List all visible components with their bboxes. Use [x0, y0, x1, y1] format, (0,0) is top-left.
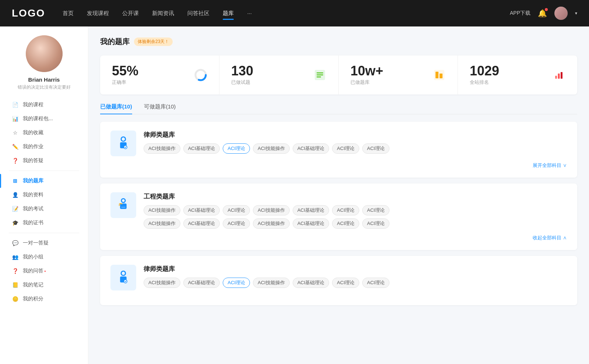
- sidebar-item-questions[interactable]: ❓ 我的答疑: [0, 154, 88, 168]
- avatar[interactable]: [554, 7, 568, 20]
- qbank-tag-selected[interactable]: ACI理论: [223, 278, 250, 288]
- sidebar-item-label: 我的答疑: [23, 157, 43, 164]
- qbank-tag[interactable]: ACI理论: [332, 205, 359, 215]
- sidebar-menu: 📄 我的课程 📊 我的课程包... ☆ 我的收藏 ✏️ 我的作业 ❓ 我的答疑 …: [0, 98, 88, 306]
- qbank-card-1: 律师类题库 ACI技能操作 ACI基础理论 ACI理论 ACI技能操作 ACI基…: [100, 122, 577, 178]
- stat-done-banks-value: 10w+: [350, 64, 427, 78]
- stat-rank-value: 1029: [470, 64, 547, 78]
- svg-rect-18: [120, 204, 127, 209]
- qbank-tag[interactable]: ACI理论: [332, 218, 359, 229]
- qbank-tag[interactable]: ACI理论: [223, 218, 250, 229]
- qbank-card-1-header: 律师类题库 ACI技能操作 ACI基础理论 ACI理论 ACI技能操作 ACI基…: [110, 131, 567, 156]
- qbank-2-content: 工程类题库 ACI技能操作 ACI基础理论 ACI理论 ACI技能操作 ACI基…: [144, 192, 567, 229]
- sidebar-item-label: 我的课程: [23, 101, 43, 108]
- stat-done-questions: 130 已做试题: [219, 56, 339, 94]
- nav-right: APP下载 🔔 ▾: [510, 7, 577, 20]
- qbank-tag[interactable]: ACI基础理论: [293, 218, 329, 229]
- qbank-tag[interactable]: ACI基础理论: [183, 143, 220, 154]
- qbank-tag[interactable]: ACI基础理论: [183, 205, 220, 215]
- qbank-tag[interactable]: ACI理论: [362, 143, 389, 154]
- qbank-tag[interactable]: ACI基础理论: [293, 278, 329, 288]
- sidebar-item-label: 我的问答: [23, 268, 43, 274]
- stat-rank-label: 全站排名: [470, 79, 547, 86]
- page-title: 我的题库: [100, 37, 130, 47]
- page-title-row: 我的题库 体验剩余23天！: [100, 37, 577, 47]
- qbank-tag[interactable]: ACI基础理论: [293, 143, 329, 154]
- app-download-link[interactable]: APP下载: [510, 10, 530, 17]
- qbank-tag[interactable]: ACI技能操作: [253, 205, 290, 215]
- lawyer-icon: [115, 135, 131, 151]
- qbank-1-icon-wrap: [110, 131, 136, 156]
- bank-icon: [433, 68, 446, 82]
- sidebar-item-exams[interactable]: 📝 我的考试: [0, 202, 88, 216]
- qbank-1-expand[interactable]: 展开全部科目 ∨: [110, 162, 567, 169]
- qbank-tag-selected[interactable]: ACI理论: [223, 143, 250, 154]
- sidebar-item-label: 一对一答疑: [23, 240, 49, 246]
- sidebar-item-my-courses[interactable]: 📄 我的课程: [0, 98, 88, 112]
- qbank-tag[interactable]: ACI理论: [332, 143, 359, 154]
- sidebar-item-my-qa[interactable]: ❓ 我的问答 ●: [0, 264, 88, 278]
- sidebar-item-label: 我的作业: [23, 143, 43, 150]
- sidebar-item-label: 我的证书: [23, 220, 43, 226]
- qbank-tag[interactable]: ACI理论: [362, 278, 389, 288]
- sidebar-item-certificates[interactable]: 🎓 我的证书: [0, 216, 88, 230]
- donut-icon: [194, 68, 207, 82]
- notification-bell[interactable]: 🔔: [538, 9, 547, 18]
- stat-accuracy: 55% 正确率: [100, 56, 219, 94]
- svg-point-14: [122, 138, 125, 141]
- qbank-tag[interactable]: ACI技能操作: [144, 278, 180, 288]
- nav-link-home[interactable]: 首页: [63, 8, 74, 18]
- chart-icon: 📊: [12, 115, 18, 122]
- qbank-tag[interactable]: ACI理论: [362, 218, 389, 229]
- tab-available-banks[interactable]: 可做题库(10): [144, 103, 176, 114]
- qbank-1-title: 律师类题库: [144, 131, 567, 139]
- qbank-tag[interactable]: ACI技能操作: [253, 143, 290, 154]
- stats-row: 55% 正确率 130 已做试题: [100, 56, 577, 94]
- qbank-3-title: 律师类题库: [144, 265, 567, 273]
- sidebar-item-label: 我的课程包...: [23, 115, 53, 122]
- stat-done-questions-value: 130: [231, 64, 308, 78]
- nav-link-more[interactable]: ···: [247, 8, 252, 18]
- sidebar-item-label: 我的收藏: [23, 129, 43, 136]
- sidebar-item-1on1[interactable]: 💬 一对一答疑: [0, 236, 88, 250]
- sidebar-item-points[interactable]: 🪙 我的积分: [0, 292, 88, 306]
- qbank-tag[interactable]: ACI技能操作: [144, 205, 180, 215]
- qbank-tag[interactable]: ACI基础理论: [293, 205, 329, 215]
- sidebar-item-groups[interactable]: 👥 我的小组: [0, 250, 88, 264]
- sidebar-item-favorites[interactable]: ☆ 我的收藏: [0, 126, 88, 140]
- sidebar-item-notes[interactable]: 📒 我的笔记: [0, 278, 88, 292]
- nav-link-qbank[interactable]: 题库: [223, 8, 234, 18]
- question-icon: ❓: [12, 157, 18, 164]
- svg-rect-3: [317, 72, 323, 74]
- qbank-tag[interactable]: ACI基础理论: [183, 278, 220, 288]
- nav-link-qa[interactable]: 问答社区: [187, 8, 209, 18]
- svg-rect-19: [121, 207, 126, 207]
- doc-icon: 📝: [12, 206, 18, 212]
- qbank-tag[interactable]: ACI理论: [223, 205, 250, 215]
- sidebar-item-homework[interactable]: ✏️ 我的作业: [0, 140, 88, 154]
- sidebar-item-course-packages[interactable]: 📊 我的课程包...: [0, 112, 88, 126]
- sidebar-item-profile[interactable]: 👤 我的资料: [0, 188, 88, 202]
- nav-logo: LOGO: [12, 7, 45, 19]
- qbank-tag[interactable]: ACI理论: [362, 205, 389, 215]
- sidebar-item-label: 我的题库: [23, 178, 43, 184]
- nav-link-news[interactable]: 新闻资讯: [152, 8, 174, 18]
- avatar-image: [554, 7, 568, 20]
- nav-link-discover[interactable]: 发现课程: [87, 8, 109, 18]
- svg-point-17: [122, 199, 124, 202]
- sidebar-item-qbank[interactable]: ⊞ 我的题库: [0, 174, 88, 188]
- note-icon: 📒: [12, 282, 18, 288]
- qbank-tag[interactable]: ACI技能操作: [144, 218, 180, 229]
- qbank-tag[interactable]: ACI基础理论: [183, 218, 220, 229]
- qbank-tag[interactable]: ACI技能操作: [253, 218, 290, 229]
- engineer-icon: [115, 197, 131, 213]
- qbank-tag[interactable]: ACI理论: [332, 278, 359, 288]
- qbank-tag[interactable]: ACI技能操作: [253, 278, 290, 288]
- sidebar-item-label: 我的考试: [23, 206, 43, 212]
- qbank-2-collapse[interactable]: 收起全部科目 ∧: [110, 235, 567, 241]
- chevron-down-icon[interactable]: ▾: [575, 11, 577, 16]
- svg-rect-11: [561, 72, 562, 79]
- tab-done-banks[interactable]: 已做题库(10): [100, 103, 132, 114]
- nav-link-open[interactable]: 公开课: [122, 8, 139, 18]
- qbank-tag[interactable]: ACI技能操作: [144, 143, 180, 154]
